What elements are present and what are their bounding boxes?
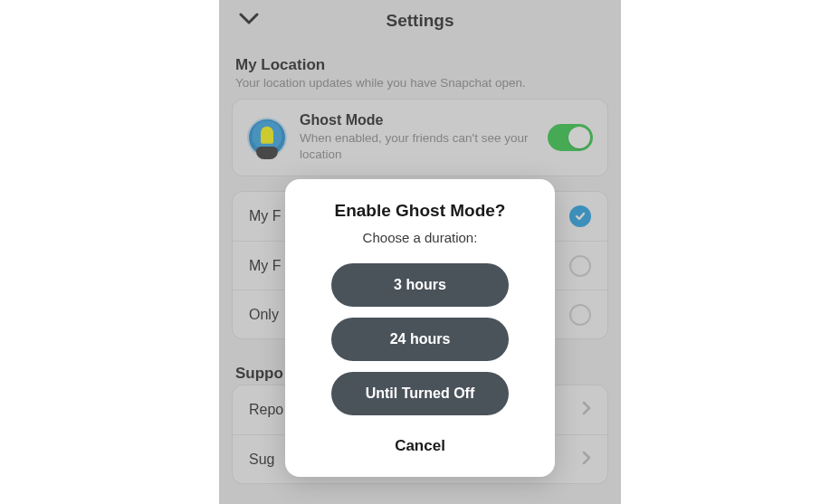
cancel-button[interactable]: Cancel bbox=[303, 426, 537, 468]
duration-24-hours-button[interactable]: 24 hours bbox=[331, 318, 509, 361]
duration-3-hours-button[interactable]: 3 hours bbox=[331, 263, 509, 307]
settings-screen: Settings My Location Your location updat… bbox=[219, 0, 621, 504]
modal-subtitle: Choose a duration: bbox=[303, 230, 537, 245]
modal-title: Enable Ghost Mode? bbox=[303, 201, 537, 221]
duration-until-off-button[interactable]: Until Turned Off bbox=[331, 372, 509, 415]
ghost-mode-duration-modal: Enable Ghost Mode? Choose a duration: 3 … bbox=[285, 179, 555, 477]
